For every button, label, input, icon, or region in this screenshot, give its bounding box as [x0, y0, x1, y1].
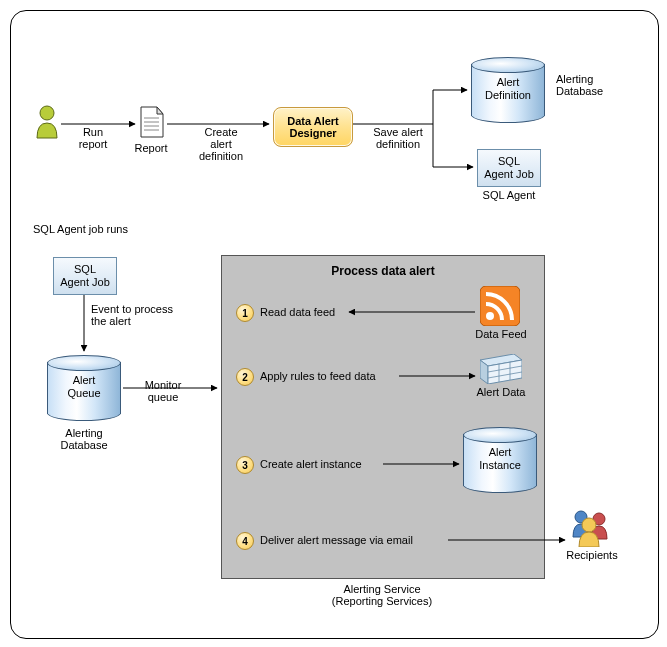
report-label: Report: [126, 142, 176, 154]
process-data-alert-panel: Process data alert 1 Read data feed Data…: [221, 255, 545, 579]
step-1-num: 1: [236, 304, 254, 322]
diagram-frame: Run report Report Create alert definitio…: [0, 0, 667, 647]
step-2-label: Apply rules to feed data: [260, 370, 376, 382]
recipients-icon: [569, 507, 611, 547]
alert-queue-db: Alert Queue: [47, 355, 121, 421]
event-to-process-label: Event to process the alert: [91, 303, 191, 327]
step-3-num: 3: [236, 456, 254, 474]
alerting-database-label-left: Alerting Database: [47, 427, 121, 451]
step-3-label: Create alert instance: [260, 458, 362, 470]
sql-agent-job-box-top: SQL Agent Job: [477, 149, 541, 187]
alerting-service-label: Alerting Service (Reporting Services): [221, 583, 543, 607]
process-panel-title: Process data alert: [222, 264, 544, 278]
step-1-label: Read data feed: [260, 306, 335, 318]
alert-data-label: Alert Data: [464, 386, 538, 398]
alert-instance-db: Alert Instance: [463, 427, 537, 493]
report-icon: [139, 105, 165, 139]
data-alert-designer-box: Data Alert Designer: [273, 107, 353, 147]
monitor-queue-label: Monitor queue: [135, 379, 191, 403]
sql-agent-job-box-left: SQL Agent Job: [53, 257, 117, 295]
create-alert-def-label: Create alert definition: [189, 126, 253, 162]
alerting-database-label-top: Alerting Database: [556, 73, 616, 97]
svg-point-13: [582, 518, 596, 532]
step-2-num: 2: [236, 368, 254, 386]
step-4-num: 4: [236, 532, 254, 550]
user-icon: [33, 105, 61, 139]
step-4-label: Deliver alert message via email: [260, 534, 413, 546]
save-alert-def-label: Save alert definition: [364, 126, 432, 150]
diagram-panel: Run report Report Create alert definitio…: [10, 10, 659, 639]
svg-point-6: [486, 312, 494, 320]
data-feed-label: Data Feed: [464, 328, 538, 340]
alert-definition-db: Alert Definition: [471, 57, 545, 123]
alert-data-icon: [480, 354, 522, 384]
sql-agent-label: SQL Agent: [471, 189, 547, 201]
run-report-label: Run report: [69, 126, 117, 150]
data-feed-icon: [480, 286, 520, 326]
svg-point-0: [40, 106, 54, 120]
sql-agent-job-runs-label: SQL Agent job runs: [33, 223, 128, 235]
recipients-label: Recipients: [557, 549, 627, 561]
